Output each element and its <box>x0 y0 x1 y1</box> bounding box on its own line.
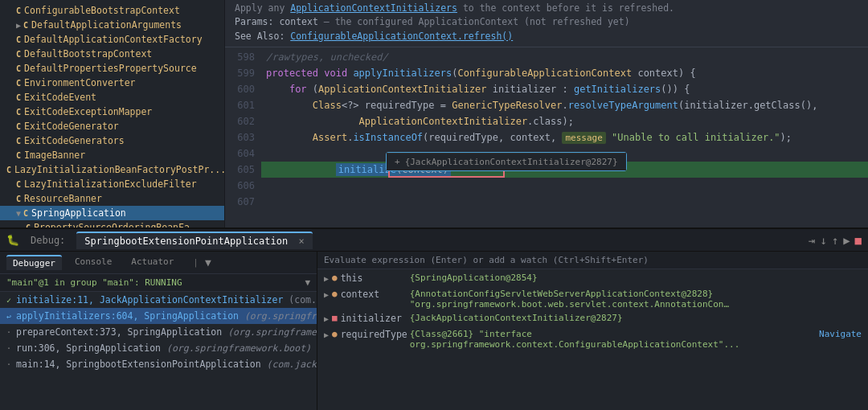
var-arrow: ▶ <box>324 290 329 299</box>
stop-icon[interactable]: ■ <box>855 234 862 247</box>
frame-method: run:306, SpringApplication (org.springfr… <box>16 342 311 354</box>
tree-item-label: LazyInitializationBeanFactoryPostPr... <box>14 164 225 175</box>
left-panel: C ConfigurableBootstrapContext ▶ C Defau… <box>0 0 225 228</box>
tree-item[interactable]: C PropertySourceOrderingBeanFa... <box>0 220 224 228</box>
class-icon: C <box>16 79 21 88</box>
var-context[interactable]: ▶ ● context {AnnotationConfigServletWebS… <box>317 287 868 311</box>
class-icon: C <box>16 180 21 189</box>
stack-frame-5[interactable]: · main:14, SpringbootExtensionPointAppli… <box>0 356 317 372</box>
var-list: ▶ ● this {SpringApplication@2854} ▶ ● co… <box>317 269 868 410</box>
var-initializer[interactable]: ▶ ■ initializer {JackApplicationContextI… <box>317 311 868 327</box>
var-icon: ● <box>332 273 338 283</box>
stack-frame-4[interactable]: · run:306, SpringApplication (org.spring… <box>0 340 317 356</box>
watch-header: Evaluate expression (Enter) or add a wat… <box>317 252 868 269</box>
frame-icon: ✓ <box>6 296 11 305</box>
var-icon: ● <box>332 289 338 299</box>
bottom-section: 🐛 Debug: SpringbootExtensionPointApplica… <box>0 229 868 410</box>
doc-comment: Apply any ApplicationContextInitializers… <box>225 0 868 47</box>
tree-item[interactable]: C ExitCodeEvent <box>0 90 224 105</box>
code-line-602: Assert.isInstanceOf(requiredType, contex… <box>261 129 868 146</box>
tree-item-spring-application[interactable]: ▼ C SpringApplication <box>0 206 224 220</box>
stack-list: ✓ initialize:11, JackApplicationContextI… <box>0 292 317 410</box>
var-this[interactable]: ▶ ● this {SpringApplication@2854} <box>317 271 868 287</box>
thread-filter[interactable]: ▼ <box>305 277 310 288</box>
close-tab-icon[interactable]: × <box>298 236 304 247</box>
tree-item[interactable]: C ResourceBanner <box>0 191 224 206</box>
tab-debug[interactable]: Debug: <box>23 232 73 248</box>
console-tab[interactable]: Console <box>68 255 118 270</box>
class-icon: C <box>16 108 21 117</box>
tab-springboot[interactable]: SpringbootExtensionPointApplication × <box>76 232 312 249</box>
tree-item-label: ExitCodeGenerators <box>24 135 125 146</box>
tree-item-label: ExitCodeEvent <box>24 92 96 103</box>
autocomplete-hint: + {JackApplicationContextInitializer@282… <box>387 153 626 170</box>
tree-item[interactable]: C DefaultPropertiesPropertySource <box>0 61 224 76</box>
app-container: C ConfigurableBootstrapContext ▶ C Defau… <box>0 0 868 410</box>
doc-line1: Apply any ApplicationContextInitializers… <box>235 2 858 15</box>
tree-item[interactable]: C DefaultApplicationContextFactory <box>0 32 224 47</box>
frame-icon: · <box>6 328 11 337</box>
var-value: {SpringApplication@2854} <box>410 273 538 283</box>
autocomplete-popup[interactable]: + {JackApplicationContextInitializer@282… <box>386 152 627 171</box>
frame-icon: · <box>6 344 11 353</box>
tree-item-label: EnvironmentConverter <box>24 77 135 88</box>
thread-header: "main"@1 in group "main": RUNNING ▼ <box>0 274 317 292</box>
tree-item[interactable]: C ExitCodeExceptionMapper <box>0 105 224 119</box>
code-line-600: Class<?> requiredType = GenericTypeResol… <box>261 97 868 113</box>
plus-icon: + <box>395 157 400 167</box>
tree-item[interactable]: C ImageBanner <box>0 148 224 162</box>
tree-item-label: DefaultApplicationArguments <box>31 19 182 31</box>
var-requiredtype[interactable]: ▶ ● requiredType {Class@2661} "interface… <box>317 327 868 351</box>
top-section: C ConfigurableBootstrapContext ▶ C Defau… <box>0 0 868 229</box>
class-icon: C <box>23 209 28 218</box>
stack-frame-2[interactable]: ↩ applyInitializers:604, SpringApplicati… <box>0 308 317 324</box>
code-editor: Apply any ApplicationContextInitializers… <box>225 0 868 228</box>
class-icon: C <box>16 137 21 146</box>
expand-arrow: ▶ <box>16 21 21 30</box>
frame-method: prepareContext:373, SpringApplication (o… <box>16 326 317 338</box>
tree-item[interactable]: ▶ C DefaultApplicationArguments <box>0 18 224 32</box>
tree-item[interactable]: C EnvironmentConverter <box>0 76 224 90</box>
see-also-link[interactable]: ConfigurableApplicationContext.refresh() <box>290 31 513 42</box>
tree-item[interactable]: C ExitCodeGenerator <box>0 119 224 133</box>
tree-item[interactable]: C LazyInitializationBeanFactoryPostPr... <box>0 162 224 177</box>
class-icon: C <box>6 166 11 174</box>
class-icon: C <box>16 35 21 44</box>
stack-frame-3[interactable]: · prepareContext:373, SpringApplication … <box>0 324 317 340</box>
step-over-icon[interactable]: ⇥ <box>809 234 815 247</box>
class-icon: C <box>16 93 21 102</box>
tab-debug-label: Debug: <box>31 235 65 246</box>
debug-right-panel: Evaluate expression (Enter) or add a wat… <box>317 252 868 410</box>
doc-link[interactable]: ApplicationContextInitializers <box>290 2 457 14</box>
actuator-tab[interactable]: Actuator <box>125 255 180 270</box>
code-line-605 <box>261 178 868 194</box>
var-arrow: ▶ <box>324 314 329 323</box>
tree-item-label: ExitCodeGenerator <box>24 121 119 132</box>
message-badge: message <box>562 132 605 144</box>
tree-item[interactable]: C LazyInitializationExcludeFilter <box>0 177 224 191</box>
step-into-icon[interactable]: ↓ <box>820 234 826 247</box>
tree-item[interactable]: C ExitCodeGenerators <box>0 133 224 148</box>
var-name: requiredType <box>341 329 405 340</box>
class-icon: C <box>23 21 28 30</box>
code-line-606 <box>261 194 868 210</box>
class-icon: C <box>16 151 21 160</box>
frame-method: applyInitializers:604, SpringApplication… <box>16 310 317 322</box>
tree-item-label: ExitCodeExceptionMapper <box>24 106 152 117</box>
stack-frame-1[interactable]: ✓ initialize:11, JackApplicationContextI… <box>0 292 317 308</box>
tree-item[interactable]: C ConfigurableBootstrapContext <box>0 3 224 18</box>
resume-icon[interactable]: ▶ <box>843 234 850 247</box>
doc-line3: See Also: ConfigurableApplicationContext… <box>235 30 858 43</box>
filter-icon[interactable]: ▼ <box>205 256 211 269</box>
code-line-607 <box>261 210 868 216</box>
step-out-icon[interactable]: ↑ <box>832 234 838 247</box>
line-numbers: 598 599 600 601 602 603 604 605 606 607 <box>225 47 261 216</box>
var-value: {AnnotationConfigServletWebServerApplica… <box>410 289 731 310</box>
navigate-link[interactable]: Navigate <box>819 329 862 339</box>
var-icon: ● <box>332 329 338 339</box>
tree-item[interactable]: C DefaultBootstrapContext <box>0 47 224 61</box>
debugger-tab[interactable]: Debugger <box>6 255 62 270</box>
class-icon: C <box>26 223 31 228</box>
code-line-598: /rawtypes, unchecked/ <box>261 49 868 65</box>
watch-placeholder[interactable]: Evaluate expression (Enter) or add a wat… <box>324 255 649 265</box>
